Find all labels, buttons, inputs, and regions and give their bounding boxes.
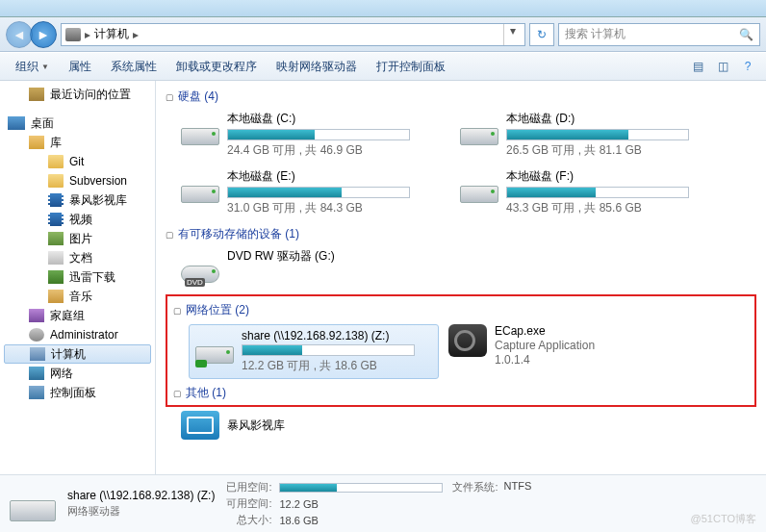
properties-button[interactable]: 属性 (61, 56, 99, 78)
uninstall-button[interactable]: 卸载或更改程序 (168, 56, 265, 78)
fs-value: NTFS (504, 480, 532, 494)
computer-icon (30, 347, 45, 361)
sidebar-item-pictures[interactable]: 图片 (0, 229, 155, 248)
total-label: 总大小: (226, 513, 271, 527)
downloads-icon (48, 270, 64, 284)
sidebar-item-git[interactable]: Git (0, 152, 155, 171)
details-usage-bar (279, 483, 443, 493)
desktop-icon (8, 116, 25, 130)
local-drive[interactable]: 本地磁盘 (C:)24.4 GB 可用 , 共 46.9 GB (181, 111, 431, 159)
search-placeholder: 搜索 计算机 (565, 26, 626, 42)
ecap-desc: Capture Application (495, 339, 595, 352)
sidebar-item-desktop[interactable]: 桌面 (0, 114, 155, 133)
dvd-drive[interactable]: DVD DVD RW 驱动器 (G:) (181, 248, 431, 287)
details-type: 网络驱动器 (67, 504, 215, 519)
recent-icon (29, 88, 44, 101)
sidebar-item-recent[interactable]: 最近访问的位置 (0, 85, 155, 104)
sidebar-item-baofeng[interactable]: 暴风影视库 (0, 190, 155, 210)
baofeng-icon (181, 411, 219, 440)
free-value: 12.2 GB (279, 498, 531, 510)
address-box[interactable]: ▸ 计算机 ▸ ▾ (61, 23, 525, 46)
details-pane: share (\\192.168.92.138) (Z:) 网络驱动器 已用空间… (0, 474, 766, 532)
drive-label: DVD RW 驱动器 (G:) (227, 248, 431, 265)
control-panel-icon (29, 386, 44, 399)
drive-stat: 12.2 GB 可用 , 共 18.6 GB (242, 358, 432, 374)
drive-label: 本地磁盘 (D:) (506, 111, 710, 127)
search-icon: 🔍 (739, 28, 753, 41)
back-button[interactable]: ◄ (6, 21, 33, 48)
drive-label: share (\\192.168.92.138) (Z:) (242, 329, 432, 342)
local-drive[interactable]: 本地磁盘 (F:)43.3 GB 可用 , 共 85.6 GB (460, 168, 710, 216)
sidebar-item-downloads[interactable]: 迅雷下载 (0, 267, 155, 287)
folder-icon (48, 174, 64, 188)
group-removable[interactable]: ▢有可移动存储的设备 (1) (166, 226, 756, 242)
toolbar: 组织▼ 属性 系统属性 卸载或更改程序 映射网络驱动器 打开控制面板 ▤ ◫ ? (0, 52, 766, 81)
chevron-right-icon[interactable]: ▸ (85, 28, 90, 41)
system-properties-button[interactable]: 系统属性 (103, 56, 165, 78)
drive-label: 本地磁盘 (C:) (227, 111, 431, 127)
network-location-highlight: ▢网络位置 (2) share (\\192.168.92.138) (Z:) … (166, 294, 756, 407)
music-icon (48, 290, 64, 303)
total-value: 18.6 GB (279, 515, 531, 526)
ecap-version: 1.0.1.4 (495, 353, 595, 367)
camera-icon (448, 324, 487, 357)
group-network[interactable]: ▢网络位置 (2) (173, 302, 749, 318)
search-input[interactable]: 搜索 计算机 🔍 (558, 23, 760, 46)
sidebar-item-music[interactable]: 音乐 (0, 287, 155, 306)
address-dropdown[interactable]: ▾ (503, 24, 521, 45)
usage-bar (506, 129, 689, 140)
network-drive-icon (195, 329, 234, 367)
sidebar-item-network[interactable]: 网络 (0, 364, 155, 383)
sidebar-item-video[interactable]: 视频 (0, 210, 155, 229)
window-titlebar (0, 0, 766, 17)
help-icon[interactable]: ? (737, 56, 758, 77)
sidebar-item-svn[interactable]: Subversion (0, 171, 155, 190)
ecap-app[interactable]: ECap.exe Capture Application 1.0.1.4 (448, 324, 679, 379)
refresh-button[interactable]: ↻ (529, 23, 554, 46)
usage-bar (227, 129, 410, 140)
fs-label: 文件系统: (452, 480, 498, 494)
sidebar-item-controlpanel[interactable]: 控制面板 (0, 383, 155, 402)
sidebar-item-libraries[interactable]: 库 (0, 133, 155, 152)
view-options-icon[interactable]: ▤ (687, 56, 708, 77)
collapse-icon: ▢ (166, 230, 174, 240)
local-drive[interactable]: 本地磁盘 (D:)26.5 GB 可用 , 共 81.1 GB (460, 111, 710, 159)
drive-icon (460, 111, 498, 149)
preview-pane-icon[interactable]: ◫ (712, 56, 733, 77)
drive-stat: 31.0 GB 可用 , 共 84.3 GB (227, 200, 431, 216)
forward-button[interactable]: ► (30, 21, 57, 48)
network-icon (29, 367, 44, 380)
main-content: ▢硬盘 (4) 本地磁盘 (C:)24.4 GB 可用 , 共 46.9 GB本… (156, 81, 766, 474)
group-other[interactable]: ▢其他 (1) (173, 385, 749, 401)
breadcrumb-root[interactable]: 计算机 (94, 26, 129, 42)
documents-icon (48, 251, 64, 265)
collapse-icon: ▢ (166, 92, 174, 102)
sidebar-item-homegroup[interactable]: 家庭组 (0, 306, 155, 325)
collapse-icon: ▢ (173, 389, 182, 398)
chevron-right-icon[interactable]: ▸ (133, 28, 139, 41)
network-drive-z[interactable]: share (\\192.168.92.138) (Z:) 12.2 GB 可用… (189, 324, 439, 379)
video-lib-icon (48, 193, 64, 207)
usage-bar (506, 187, 689, 198)
drive-icon (181, 168, 219, 207)
details-title: share (\\192.168.92.138) (Z:) (67, 489, 215, 502)
pictures-icon (48, 232, 64, 245)
sidebar-item-documents[interactable]: 文档 (0, 248, 155, 267)
sidebar-item-admin[interactable]: Administrator (0, 325, 155, 344)
other-item[interactable]: 暴风影视库 (181, 411, 756, 440)
computer-icon (65, 28, 81, 41)
map-network-drive-button[interactable]: 映射网络驱动器 (268, 56, 365, 78)
drive-label: 本地磁盘 (E:) (227, 168, 431, 185)
organize-menu[interactable]: 组织▼ (8, 56, 57, 78)
group-hard-disks[interactable]: ▢硬盘 (4) (166, 89, 756, 105)
drive-stat: 43.3 GB 可用 , 共 85.6 GB (506, 200, 710, 216)
details-drive-icon (10, 483, 56, 525)
used-label: 已用空间: (226, 480, 271, 494)
usage-bar (227, 187, 410, 198)
open-control-panel-button[interactable]: 打开控制面板 (369, 56, 453, 78)
local-drive[interactable]: 本地磁盘 (E:)31.0 GB 可用 , 共 84.3 GB (181, 168, 431, 216)
sidebar-item-computer[interactable]: 计算机 (4, 344, 151, 364)
user-icon (29, 328, 44, 342)
drive-stat: 24.4 GB 可用 , 共 46.9 GB (227, 142, 431, 159)
ecap-name: ECap.exe (495, 324, 595, 338)
